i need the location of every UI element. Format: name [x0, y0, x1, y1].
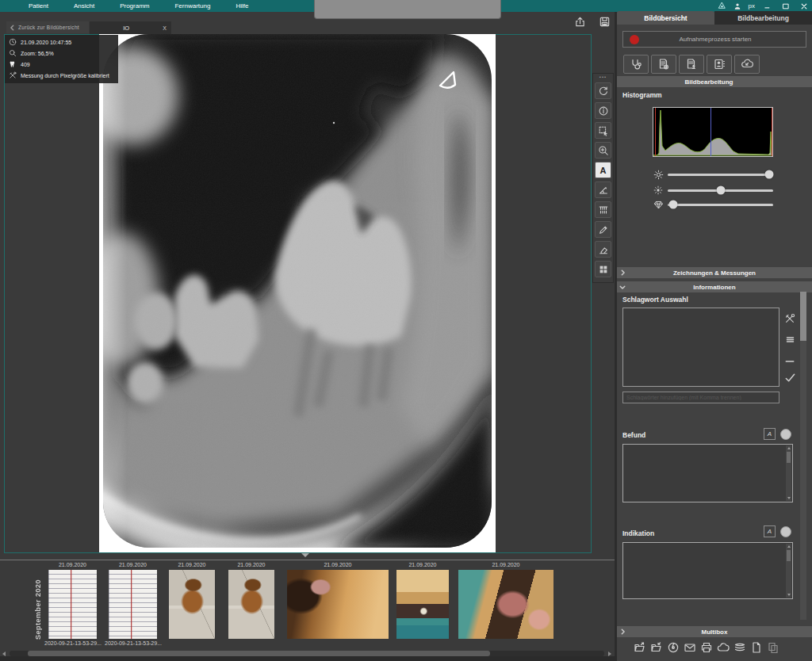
thumb-date: 21.09.2020	[169, 562, 215, 568]
folder-import-icon	[650, 641, 663, 654]
filmstrip-group-label: September 2020	[32, 571, 44, 648]
menu-ansicht[interactable]: Ansicht	[61, 2, 107, 10]
thumbnail-photo-3[interactable]	[169, 570, 215, 639]
layers-stack-icon	[733, 641, 746, 654]
histogram-black-point-line[interactable]	[655, 108, 656, 156]
thumbnail-photo-7[interactable]	[458, 570, 553, 639]
multibox-layers-button[interactable]	[733, 640, 746, 654]
cloud-sync-button[interactable]	[734, 55, 760, 74]
befund-scrollbar[interactable]	[786, 445, 791, 501]
thumbnail-photo-5[interactable]	[287, 570, 389, 639]
multibox-cloud-button[interactable]	[716, 640, 730, 654]
histogram-chart[interactable]	[653, 107, 773, 157]
tooth-icon	[9, 60, 17, 68]
multibox-email-button[interactable]	[683, 640, 696, 654]
stethoscope-button[interactable]	[623, 55, 649, 74]
keyword-remove-button[interactable]	[783, 354, 797, 369]
tab-close-button[interactable]: X	[163, 25, 171, 31]
info-zoom-row: Zoom: 56,5%	[9, 49, 114, 57]
close-button[interactable]	[799, 1, 810, 11]
indikation-color-button[interactable]	[780, 526, 791, 537]
section-multibox[interactable]: Multibox	[617, 626, 812, 637]
befund-color-button[interactable]	[780, 429, 791, 440]
info-datetime-row: 21.09.2020 10:47:55	[9, 38, 114, 46]
report-person-button[interactable]	[679, 55, 704, 74]
keyword-list-button[interactable]	[783, 332, 797, 346]
pencil-tool-button[interactable]	[595, 221, 611, 238]
minus-icon	[784, 356, 795, 367]
section-bildbearbeitung[interactable]: Bildbearbeitung	[617, 76, 812, 87]
keyword-input[interactable]	[622, 392, 779, 403]
multibox-import-folder-button[interactable]	[649, 640, 663, 654]
minimize-button[interactable]	[762, 1, 773, 11]
layout-grid-tool-button[interactable]	[595, 261, 611, 277]
gamma-slider-handle[interactable]	[668, 201, 677, 209]
multibox-document-button[interactable]	[749, 640, 763, 654]
toolbar-drag-handle[interactable]: •••	[599, 75, 607, 79]
keyword-edit-button[interactable]	[783, 311, 797, 326]
contrast-slider-handle[interactable]	[716, 186, 725, 195]
save-icon	[599, 16, 611, 28]
befund-font-button[interactable]: A	[764, 428, 776, 440]
contrast-slider[interactable]	[668, 189, 773, 192]
address-book-button[interactable]	[707, 55, 732, 74]
start-capture-button[interactable]: Aufnahmeprozess starten	[622, 31, 806, 48]
section-zeichnungen[interactable]: Zeichnungen & Messungen	[617, 267, 812, 278]
indikation-textarea[interactable]	[622, 542, 793, 599]
select-region-icon	[598, 125, 609, 136]
select-region-tool-button[interactable]	[595, 122, 611, 139]
back-to-overview-button[interactable]: Zurück zur Bildübersicht	[6, 21, 89, 33]
rotate-tool-button[interactable]	[595, 82, 611, 99]
zoom-tool-button[interactable]	[595, 142, 611, 159]
menu-hilfe[interactable]: Hilfe	[223, 2, 261, 10]
multibox-print-button[interactable]	[699, 640, 713, 654]
report-add-button[interactable]	[651, 55, 676, 74]
image-info-overlay: 21.09.2020 10:47:55 Zoom: 56,5% 409 Mess…	[5, 35, 118, 83]
menu-programm[interactable]: Programm	[107, 2, 162, 10]
image-tab-io[interactable]: IO X	[90, 21, 171, 34]
tab-bilduebersicht[interactable]: Bildübersicht	[617, 11, 714, 25]
maximize-button[interactable]	[780, 1, 791, 11]
tab-bildbearbeitung[interactable]: Bildbearbeitung	[714, 11, 812, 25]
thumb-date: 21.09.2020	[48, 562, 97, 568]
keyword-confirm-button[interactable]	[783, 370, 797, 384]
multibox-disc-button[interactable]	[666, 640, 680, 654]
export-button[interactable]	[573, 14, 587, 29]
brightness-slider-handle[interactable]	[764, 170, 773, 179]
section-informationen[interactable]: Informationen	[617, 281, 812, 292]
thumbnail-photo-6[interactable]	[396, 570, 449, 639]
histogram-white-point-line[interactable]	[772, 108, 772, 156]
info-tool-button[interactable]	[595, 102, 611, 119]
measure-tool-button[interactable]	[595, 201, 611, 218]
histogram-label: Histogramm	[622, 91, 662, 99]
folder-export-icon	[634, 641, 646, 654]
save-button[interactable]	[597, 14, 611, 29]
document-person-icon	[685, 58, 698, 71]
thumbnail-document-1[interactable]	[48, 570, 97, 639]
filmstrip: September 2020 21.09.2020 2020-09-21-13-…	[0, 560, 615, 661]
panel-scrollbar[interactable]	[800, 292, 806, 620]
thumbnail-document-2[interactable]	[109, 570, 157, 639]
filmstrip-collapse-arrow[interactable]	[301, 553, 309, 557]
user-icon[interactable]	[733, 2, 741, 10]
angle-tool-button[interactable]	[595, 181, 611, 198]
menu-patient[interactable]: Patient	[16, 2, 61, 10]
brightness-icon	[653, 169, 664, 180]
indikation-scrollbar[interactable]	[786, 544, 791, 598]
histogram-mid-point-line[interactable]	[710, 108, 711, 156]
indikation-font-button[interactable]: A	[764, 525, 776, 537]
filmstrip-scrollbar-thumb[interactable]	[28, 651, 490, 656]
thumbnail-photo-4[interactable]	[228, 570, 274, 639]
xray-image[interactable]	[99, 34, 496, 552]
multibox-copy-button[interactable]	[766, 640, 779, 654]
menu-fernwartung[interactable]: Fernwartung	[162, 2, 223, 10]
gamma-slider[interactable]	[668, 204, 773, 206]
chevron-right-icon	[617, 629, 628, 635]
brightness-slider[interactable]	[668, 174, 773, 176]
text-tool-button[interactable]: A	[595, 162, 611, 178]
tools-icon	[9, 71, 17, 79]
keyword-list-box[interactable]	[622, 308, 779, 387]
eraser-tool-button[interactable]	[595, 241, 611, 258]
befund-textarea[interactable]	[622, 444, 793, 502]
multibox-export-folder-button[interactable]	[633, 640, 646, 654]
